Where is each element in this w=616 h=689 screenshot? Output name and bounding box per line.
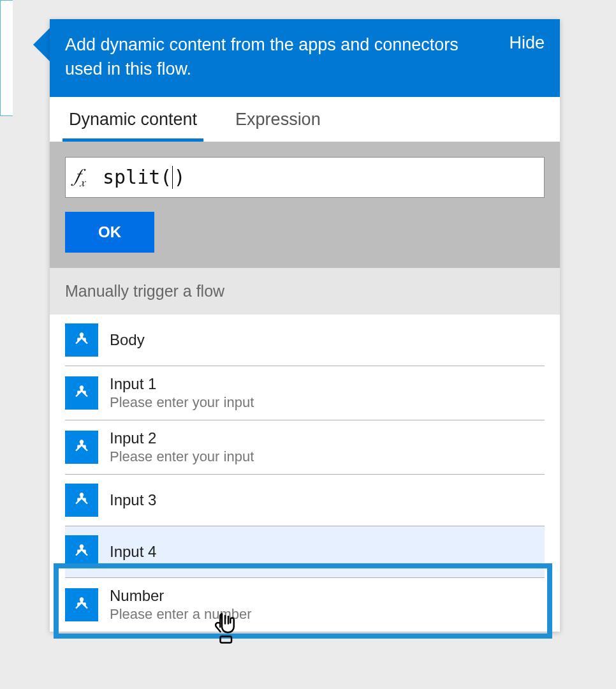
hide-button[interactable]: Hide xyxy=(509,33,545,53)
trigger-icon xyxy=(65,484,98,517)
item-input-1[interactable]: Input 1 Please enter your input xyxy=(65,366,545,420)
item-description: Please enter your input xyxy=(110,448,254,465)
item-label: Input 1 xyxy=(110,375,254,393)
item-label: Body xyxy=(110,331,145,349)
expression-input[interactable]: 𝑓𝑥 split() xyxy=(65,157,545,198)
item-input-4[interactable]: Input 4 xyxy=(65,526,545,578)
trigger-icon xyxy=(65,376,98,410)
header-description: Add dynamic content from the apps and co… xyxy=(65,33,496,82)
item-label: Input 4 xyxy=(110,543,156,561)
item-body[interactable]: Body xyxy=(65,315,545,366)
trigger-icon xyxy=(65,323,98,357)
item-input-3[interactable]: Input 3 xyxy=(65,475,545,526)
item-label: Input 2 xyxy=(110,429,254,447)
trigger-icon xyxy=(65,588,98,621)
item-label: Input 3 xyxy=(110,491,156,509)
tabs-row: Dynamic content Expression xyxy=(50,97,560,142)
section-header-manual-trigger: Manually trigger a flow xyxy=(50,268,560,315)
item-label: Number xyxy=(110,587,252,605)
fx-icon: 𝑓𝑥 xyxy=(75,165,85,189)
item-description: Please enter your input xyxy=(110,394,254,411)
expression-text: split() xyxy=(103,166,185,189)
item-number[interactable]: Number Please enter a number xyxy=(65,578,545,632)
tab-dynamic-content[interactable]: Dynamic content xyxy=(62,97,203,142)
item-description: Please enter a number xyxy=(110,606,252,623)
trigger-icon xyxy=(65,431,98,464)
svg-rect-2 xyxy=(221,637,232,643)
tab-expression[interactable]: Expression xyxy=(229,97,327,142)
trigger-icon xyxy=(65,535,98,568)
callout-pointer xyxy=(33,28,50,61)
dynamic-content-panel: Add dynamic content from the apps and co… xyxy=(50,19,560,632)
panel-header: Add dynamic content from the apps and co… xyxy=(50,19,560,97)
ok-button[interactable]: OK xyxy=(65,212,154,253)
item-input-2[interactable]: Input 2 Please enter your input xyxy=(65,420,545,475)
items-list: Body Input 1 Please enter your input Inp… xyxy=(50,315,560,632)
action-card-edge xyxy=(0,0,13,116)
expression-area: 𝑓𝑥 split() OK xyxy=(50,142,560,268)
text-caret xyxy=(172,166,173,189)
